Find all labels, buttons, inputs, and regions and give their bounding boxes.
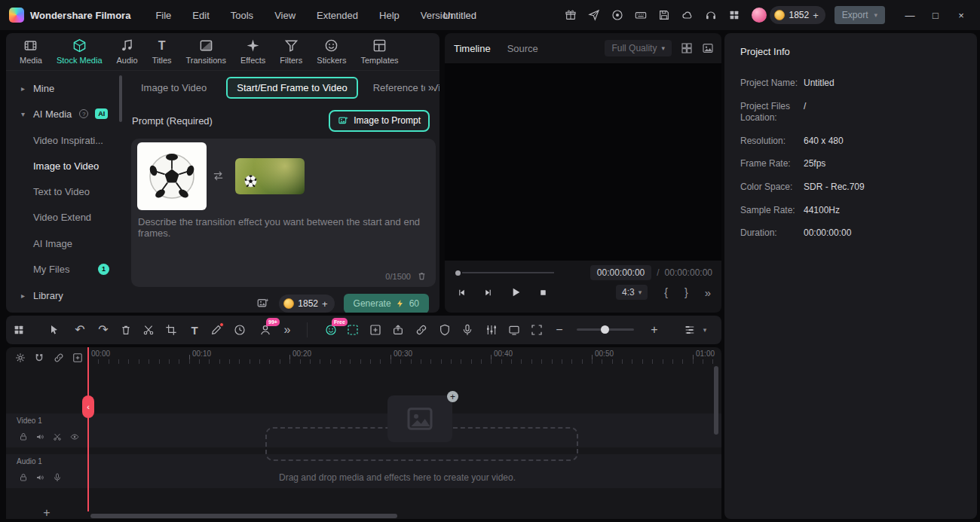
timeline-vertical-scrollbar[interactable] [714, 366, 718, 435]
sidebar-item-video-inspiration[interactable]: Video Inspirati... [6, 129, 123, 151]
tab-image-to-video[interactable]: Image to Video [141, 82, 207, 93]
media-disc-icon[interactable] [607, 5, 627, 26]
sidebar-item-ai-image[interactable]: AI Image [6, 232, 123, 255]
previous-frame-button[interactable] [457, 288, 467, 298]
delete-icon[interactable] [117, 321, 135, 339]
menu-edit[interactable]: Edit [184, 7, 217, 24]
tab-audio[interactable]: Audio [113, 38, 142, 65]
end-frame-thumbnail[interactable] [235, 158, 305, 194]
generator-credits-badge[interactable]: 1852 + [279, 295, 334, 313]
tab-stock-media[interactable]: Stock Media [53, 38, 106, 65]
lock-track-icon[interactable] [17, 472, 29, 484]
more-tabs-icon[interactable]: » [425, 81, 434, 93]
mark-in-button[interactable]: { [664, 286, 668, 298]
record-track-icon[interactable] [51, 472, 63, 484]
canvas-icon[interactable] [344, 321, 362, 339]
start-frame-thumbnail[interactable] [137, 142, 207, 210]
prompt-placeholder[interactable]: Describe the transition effect you want … [138, 216, 433, 239]
more-tools-icon[interactable]: » [278, 321, 296, 339]
sidebar-scrollbar[interactable] [119, 75, 122, 122]
sidebar-item-text-to-video[interactable]: Text to Video [6, 180, 123, 203]
preview-viewport[interactable] [445, 63, 721, 261]
add-effect-icon[interactable] [366, 321, 384, 339]
split-icon[interactable] [139, 321, 158, 339]
play-button[interactable] [510, 286, 522, 298]
quality-dropdown[interactable]: Full Quality ▾ [605, 40, 672, 56]
scrub-track[interactable] [462, 272, 554, 273]
close-button[interactable]: × [948, 0, 974, 30]
mute-track-icon[interactable] [34, 472, 46, 484]
audio-mixer-icon[interactable] [482, 321, 501, 339]
edit-tool-icon[interactable] [207, 321, 225, 339]
track-manager-caret-icon[interactable]: ▾ [699, 321, 711, 339]
export-clip-icon[interactable] [389, 321, 407, 339]
crop-icon[interactable] [162, 321, 180, 339]
add-marker-icon[interactable] [70, 350, 85, 365]
track-manager-icon[interactable] [681, 321, 699, 339]
add-media-icon[interactable]: + [447, 391, 458, 402]
timeline-settings-icon[interactable] [13, 350, 28, 365]
layout-mode-icon[interactable] [681, 42, 693, 54]
link-clips-icon[interactable] [412, 321, 430, 339]
menu-view[interactable]: View [266, 7, 304, 24]
image-to-prompt-button[interactable]: Image to Prompt [329, 110, 430, 132]
sidebar-item-video-extend[interactable]: Video Extend [6, 206, 123, 228]
auto-ripple-icon[interactable] [51, 350, 66, 365]
more-controls-icon[interactable]: » [705, 286, 711, 299]
screen-record-icon[interactable] [505, 321, 523, 339]
sidebar-item-my-files[interactable]: My Files 1 [6, 258, 123, 280]
fit-timeline-icon[interactable] [528, 321, 546, 339]
toolbox-icon[interactable] [10, 321, 28, 339]
redo-icon[interactable]: ↷ [94, 321, 112, 339]
credits-badge[interactable]: 1852 + [770, 6, 825, 24]
tab-titles[interactable]: TTitles [149, 38, 176, 65]
hide-track-icon[interactable] [69, 431, 81, 443]
tab-filters[interactable]: Filters [276, 38, 306, 65]
voiceover-mic-icon[interactable] [458, 321, 476, 339]
media-placeholder-image[interactable] [387, 395, 452, 442]
maximize-button[interactable]: □ [923, 0, 948, 30]
character-icon[interactable]: 99+ [256, 321, 274, 339]
menu-tools[interactable]: Tools [222, 7, 262, 24]
sidebar-item-image-to-video[interactable]: Image to Video [6, 154, 123, 177]
text-tool-icon[interactable]: T [185, 321, 204, 339]
add-track-button[interactable]: + [39, 505, 54, 519]
speed-icon[interactable] [231, 321, 249, 339]
swap-frames-icon[interactable] [212, 169, 225, 182]
menu-help[interactable]: Help [371, 7, 408, 24]
apps-grid-icon[interactable] [724, 5, 744, 26]
sidebar-section-ai-media[interactable]: ▾ AI Media ? AI [6, 102, 123, 125]
stop-button[interactable] [538, 288, 548, 298]
mark-out-button[interactable]: } [684, 286, 688, 298]
tab-media[interactable]: Media [16, 38, 46, 65]
lock-track-icon[interactable] [17, 431, 29, 443]
user-avatar[interactable] [752, 8, 767, 23]
save-icon[interactable] [654, 5, 674, 26]
tab-start-end-frame-to-video[interactable]: Start/End Frame to Video [226, 77, 357, 99]
ai-sticker-icon[interactable]: Free [322, 321, 340, 339]
next-frame-button[interactable] [483, 288, 493, 298]
add-credits-icon[interactable]: + [813, 10, 819, 21]
aspect-ratio-dropdown[interactable]: 4:3 ▾ [616, 285, 648, 300]
cloud-backup-icon[interactable] [677, 5, 697, 26]
tab-stickers[interactable]: Stickers [313, 38, 350, 65]
export-button[interactable]: Export ▾ [835, 6, 885, 24]
snapshot-icon[interactable] [702, 42, 714, 54]
tab-timeline-preview[interactable]: Timeline [454, 43, 491, 54]
timeline-horizontal-scrollbar[interactable] [90, 514, 397, 518]
render-shield-icon[interactable] [436, 321, 454, 339]
sidebar-section-mine[interactable]: ▸ Mine [6, 77, 123, 99]
tab-effects[interactable]: Effects [237, 38, 269, 65]
undo-icon[interactable]: ↶ [71, 321, 89, 339]
zoom-out-icon[interactable]: − [550, 321, 568, 339]
mute-track-icon[interactable] [34, 431, 46, 443]
share-icon[interactable] [583, 5, 604, 26]
generate-button[interactable]: Generate 60 [344, 294, 429, 313]
zoom-in-icon[interactable]: + [645, 321, 663, 339]
support-headset-icon[interactable] [700, 5, 721, 26]
sidebar-section-library[interactable]: ▸ Library [6, 284, 123, 307]
tab-templates[interactable]: Templates [357, 38, 402, 65]
gift-icon[interactable] [560, 5, 580, 26]
select-tool-icon[interactable] [45, 321, 63, 339]
scrub-handle[interactable] [455, 270, 461, 276]
